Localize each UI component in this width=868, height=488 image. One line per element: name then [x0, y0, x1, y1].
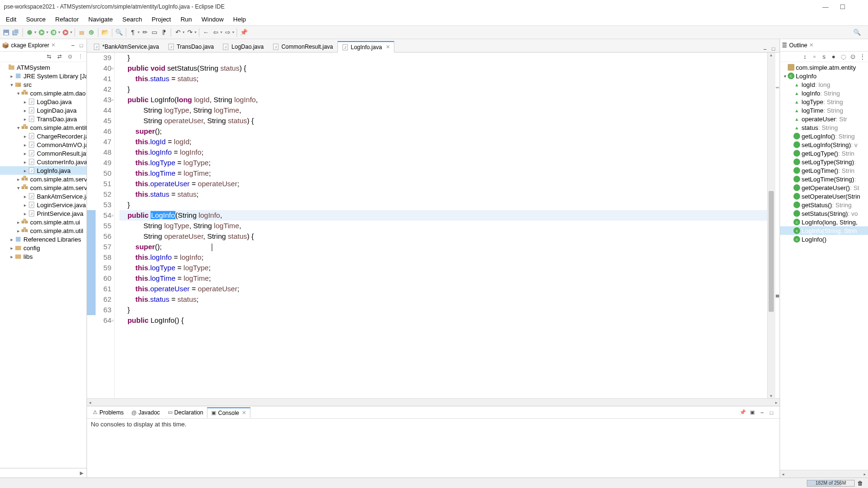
scroll-right-icon[interactable]: ▶: [80, 470, 84, 476]
outline-item[interactable]: getLogType() : Strin: [780, 149, 868, 158]
menu-help[interactable]: Help: [229, 14, 250, 24]
minimize-view-icon[interactable]: ‒: [69, 42, 76, 49]
sort-icon[interactable]: ↕: [801, 53, 809, 61]
horizontal-scrollbar[interactable]: ◂▸: [87, 398, 780, 406]
tree-item[interactable]: ▾com.simple.atm.dao: [0, 89, 87, 97]
tree-item[interactable]: ▸JCommonAtmVO.java: [0, 140, 87, 149]
tree-item[interactable]: ▾src: [0, 80, 87, 89]
outline-item[interactable]: getLogTime() : Strin: [780, 166, 868, 175]
outline-item[interactable]: ▲logTime : String: [780, 106, 868, 115]
tree-item[interactable]: ▸JLoginDao.java: [0, 106, 87, 115]
console-min-icon[interactable]: ‒: [759, 409, 765, 416]
tree-item[interactable]: ▸libs: [0, 252, 87, 261]
outline-menu-icon[interactable]: ⋮: [858, 53, 866, 61]
tree-item[interactable]: ▸Referenced Libraries: [0, 235, 87, 244]
btab-close-icon[interactable]: ✕: [242, 410, 246, 416]
menu-edit[interactable]: Edit: [2, 14, 20, 24]
save-icon[interactable]: [2, 28, 11, 37]
tree-item[interactable]: ▸JRE System Library [JavaSE-1.: [0, 72, 87, 80]
tree-item[interactable]: ▸JCustomerInfo.java: [0, 158, 87, 166]
outline-item[interactable]: cLogInfo(String, Strin: [780, 226, 868, 235]
hide-fields-icon[interactable]: ▫: [811, 53, 818, 61]
bottom-tab-declaration[interactable]: ▭Declaration: [164, 408, 207, 417]
editor-tab[interactable]: JLogDao.java: [218, 41, 268, 52]
hide-static-icon[interactable]: s: [820, 53, 828, 61]
annotation-next-icon[interactable]: ↷: [185, 28, 194, 37]
last-edit-icon[interactable]: ←: [202, 28, 210, 37]
collapse-all-icon[interactable]: ⇆: [45, 53, 52, 60]
outline-item[interactable]: getStatus() : String: [780, 201, 868, 209]
pin-console-icon[interactable]: 📌: [739, 409, 746, 416]
tree-item[interactable]: ▸com.simple.atm.util: [0, 226, 87, 235]
bottom-tab-console[interactable]: ▣Console✕: [207, 407, 250, 418]
menu-navigate[interactable]: Navigate: [85, 14, 117, 24]
minimize-button[interactable]: —: [821, 2, 830, 11]
back-icon[interactable]: ⇦: [211, 28, 220, 37]
close-button[interactable]: [856, 2, 864, 11]
menu-refactor[interactable]: Refactor: [52, 14, 83, 24]
pin-icon[interactable]: 📌: [239, 28, 248, 37]
tree-item[interactable]: ▸JLogInfo.java: [0, 166, 87, 175]
outline-item[interactable]: setLogTime(String) :: [780, 175, 868, 183]
view-close-icon[interactable]: ✕: [51, 42, 55, 48]
editor-tab[interactable]: JLogInfo.java✕: [337, 41, 394, 53]
debug-icon[interactable]: [25, 28, 34, 37]
coverage-icon[interactable]: [49, 28, 58, 37]
editor-minimize-icon[interactable]: ‒: [761, 45, 768, 52]
search-icon[interactable]: 🔍: [115, 28, 123, 37]
console-max-icon[interactable]: □: [768, 409, 775, 416]
outline-item[interactable]: ▲operateUser : Str: [780, 115, 868, 123]
mark-occurrences-icon[interactable]: ✏: [141, 28, 149, 37]
tree-item[interactable]: ▸com.simple.atm.server: [0, 175, 87, 183]
outline-item[interactable]: setLogInfo(String) : v: [780, 140, 868, 149]
outline-close-icon[interactable]: ✕: [809, 42, 814, 48]
focus-icon[interactable]: ⊙: [66, 53, 73, 60]
new-class-icon[interactable]: C: [87, 28, 96, 37]
code-editor[interactable]: 3940414243444546474849505152535455565758…: [87, 53, 780, 398]
outline-package[interactable]: com.simple.atm.entity: [780, 63, 868, 72]
outline-class[interactable]: ▾CLogInfo: [780, 72, 868, 80]
save-all-icon[interactable]: [11, 28, 20, 37]
tree-item[interactable]: ▾com.simple.atm.service: [0, 183, 87, 192]
link-editor-icon[interactable]: ⇄: [56, 53, 63, 60]
outline-hscroll[interactable]: ◂▸: [780, 470, 868, 477]
overview-ruler[interactable]: [775, 53, 780, 398]
outline-item[interactable]: cLogInfo(long, String,: [780, 218, 868, 226]
ext-tools-icon[interactable]: [61, 28, 70, 37]
outline-item[interactable]: ▲logInfo : String: [780, 89, 868, 97]
tree-item[interactable]: ▸JBankAtmService.java: [0, 192, 87, 201]
tree-item[interactable]: ATMSystem: [0, 63, 87, 72]
tree-item[interactable]: ▸com.simple.atm.ui: [0, 218, 87, 226]
tree-item[interactable]: ▾com.simple.atm.entity: [0, 123, 87, 132]
annotation-prev-icon[interactable]: ↶: [174, 28, 182, 37]
tree-item[interactable]: ▸JPrintService.java: [0, 209, 87, 218]
run-icon[interactable]: [37, 28, 46, 37]
open-type-icon[interactable]: 📂: [101, 28, 109, 37]
heap-status[interactable]: 182M of 256M: [807, 480, 855, 487]
display-console-icon[interactable]: ▣: [749, 409, 756, 416]
tree-item[interactable]: ▸JCommonResult.java: [0, 149, 87, 158]
quick-access-icon[interactable]: 🔍: [853, 28, 861, 37]
block-sel-icon[interactable]: ▭: [150, 28, 159, 37]
outline-item[interactable]: cLogInfo(): [780, 235, 868, 244]
tree-item[interactable]: ▸JTransDao.java: [0, 115, 87, 123]
view-menu-icon[interactable]: ⋮: [77, 53, 84, 60]
focus-outline-icon[interactable]: ⊙: [849, 53, 857, 61]
bottom-tab-problems[interactable]: ⚠Problems: [89, 408, 128, 417]
outline-item[interactable]: setOperateUser(Strin: [780, 192, 868, 201]
maximize-view-icon[interactable]: □: [78, 42, 85, 49]
tree-item[interactable]: ▸JLogDao.java: [0, 97, 87, 106]
hide-nonpublic-icon[interactable]: ●: [830, 53, 837, 61]
gc-icon[interactable]: 🗑: [857, 480, 863, 487]
outline-item[interactable]: setLogType(String) :: [780, 158, 868, 166]
tree-item[interactable]: ▸JChargeRecorder.java: [0, 132, 87, 140]
editor-maximize-icon[interactable]: □: [770, 45, 777, 52]
maximize-button[interactable]: ☐: [838, 2, 847, 11]
outline-item[interactable]: getOperateUser() : St: [780, 183, 868, 192]
forward-icon[interactable]: ⇨: [223, 28, 232, 37]
outline-item[interactable]: setStatus(String) : vo: [780, 209, 868, 218]
outline-item[interactable]: ▲status : String: [780, 123, 868, 132]
package-tree[interactable]: ATMSystem▸JRE System Library [JavaSE-1.▾…: [0, 62, 87, 468]
toggle-breadcrumb-icon[interactable]: ¶: [129, 28, 137, 37]
outline-tree[interactable]: com.simple.atm.entity▾CLogInfo▲logId : l…: [780, 62, 868, 470]
